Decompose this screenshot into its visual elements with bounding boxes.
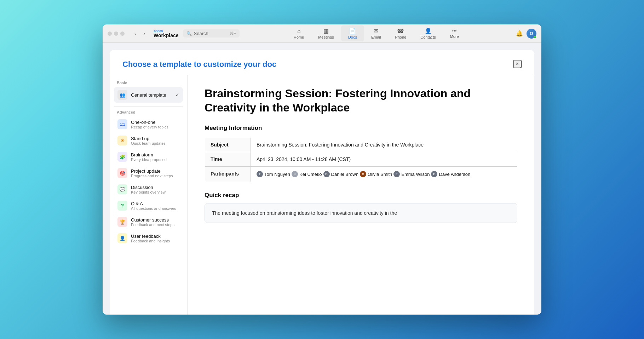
contacts-icon: 👤 xyxy=(425,28,432,34)
sidebar-item-qa[interactable]: ? Q & A All questions and answers xyxy=(114,198,183,213)
discussion-sub: Key points overview xyxy=(131,190,166,194)
traffic-light-maximize[interactable] xyxy=(120,31,125,36)
nav-arrows: ‹ › xyxy=(132,30,148,37)
doc-title: Brainstorming Session: Fostering Innovat… xyxy=(205,86,517,115)
nav-tabs: ⌂ Home ▦ Meetings 📄 Docs ✉ Email ☎ Phone… xyxy=(287,25,466,41)
titlebar: ‹ › zoom Workplace 🔍 Search ⌘F ⌂ Home ▦ … xyxy=(103,24,541,43)
customer-success-name: Customer success xyxy=(131,217,174,223)
one-on-one-name: One-on-one xyxy=(131,120,168,125)
participant-avatar-emma: E xyxy=(393,171,400,177)
customer-success-text: Customer success Feedback and next steps xyxy=(131,217,174,227)
more-icon: ••• xyxy=(452,29,457,34)
qa-icon: ? xyxy=(117,201,127,211)
table-row-time: Time April 23, 2024, 10:00 AM - 11:28 AM… xyxy=(205,152,517,167)
project-update-icon: 🎯 xyxy=(117,168,127,178)
nav-tab-phone[interactable]: ☎ Phone xyxy=(388,25,413,41)
close-button[interactable]: × xyxy=(513,60,522,68)
time-value: April 23, 2024, 10:00 AM - 11:28 AM (CST… xyxy=(251,152,517,167)
recap-box: The meeting focused on brainstorming ide… xyxy=(205,203,517,223)
participants-value: T Tom Nguyen K Kei Umeko D xyxy=(251,167,517,182)
sidebar-item-stand-up[interactable]: ☀ Stand up Quick team updates xyxy=(114,133,183,148)
sidebar-item-discussion[interactable]: 💬 Discussion Key points overview xyxy=(114,182,183,197)
template-sidebar: Basic 👥 General template ✓ Advanced 1:1 xyxy=(110,75,188,315)
qa-text: Q & A All questions and answers xyxy=(131,201,176,211)
discussion-icon: 💬 xyxy=(117,184,127,194)
project-update-sub: Progress and next steps xyxy=(131,174,173,178)
sidebar-item-project-update[interactable]: 🎯 Project update Progress and next steps xyxy=(114,165,183,181)
subject-label: Subject xyxy=(205,138,251,152)
forward-arrow[interactable]: › xyxy=(141,30,148,37)
nav-tab-email[interactable]: ✉ Email xyxy=(364,25,388,41)
stand-up-text: Stand up Quick team updates xyxy=(131,136,166,145)
participant-emma: E Emma Wilson xyxy=(393,171,430,177)
participant-daniel: D Daniel Brown xyxy=(323,171,358,177)
brainstorm-text: Brainstorm Every idea proposed xyxy=(131,152,167,162)
table-row-participants: Participants T Tom Nguyen K xyxy=(205,167,517,182)
phone-icon: ☎ xyxy=(397,28,404,34)
titlebar-right: 🔔 O xyxy=(516,29,536,39)
qa-name: Q & A xyxy=(131,201,176,206)
nav-tab-home[interactable]: ⌂ Home xyxy=(287,26,311,41)
nav-tab-phone-label: Phone xyxy=(395,35,406,39)
stand-up-name: Stand up xyxy=(131,136,166,141)
nav-tab-home-label: Home xyxy=(294,35,304,39)
participants-label: Participants xyxy=(205,167,251,182)
search-bar[interactable]: 🔍 Search ⌘F xyxy=(183,29,240,38)
general-name: General template xyxy=(131,92,166,98)
participant-avatar-kei: K xyxy=(292,171,298,177)
nav-tab-more-label: More xyxy=(450,34,459,39)
meetings-icon: ▦ xyxy=(323,28,329,34)
participant-avatar-tom: T xyxy=(257,171,263,177)
back-arrow[interactable]: ‹ xyxy=(132,30,139,37)
traffic-lights xyxy=(108,31,125,36)
modal-title: Choose a template to customize your doc xyxy=(122,60,276,69)
modal-area: Choose a template to customize your doc … xyxy=(103,43,541,315)
general-text: General template xyxy=(131,92,166,98)
nav-tab-docs[interactable]: 📄 Docs xyxy=(341,25,364,41)
quick-recap-heading: Quick recap xyxy=(205,192,517,199)
nav-tab-docs-label: Docs xyxy=(348,35,357,39)
app-window: ‹ › zoom Workplace 🔍 Search ⌘F ⌂ Home ▦ … xyxy=(103,24,541,315)
user-feedback-name: User feedback xyxy=(131,234,170,239)
participant-dave: D Dave Anderson xyxy=(431,171,470,177)
docs-icon: 📄 xyxy=(349,28,356,34)
nav-tab-contacts[interactable]: 👤 Contacts xyxy=(413,25,443,41)
table-row-subject: Subject Brainstorming Session: Fostering… xyxy=(205,138,517,152)
sidebar-item-general[interactable]: 👥 General template ✓ xyxy=(114,87,183,103)
notification-icon[interactable]: 🔔 xyxy=(516,30,523,37)
stand-up-sub: Quick team updates xyxy=(131,141,166,145)
project-update-name: Project update xyxy=(131,168,173,174)
discussion-name: Discussion xyxy=(131,185,166,190)
avatar[interactable]: O xyxy=(527,29,536,39)
content-preview: Brainstorming Session: Fostering Innovat… xyxy=(188,75,534,315)
traffic-light-close[interactable] xyxy=(108,31,112,36)
sidebar-item-user-feedback[interactable]: 👤 User feedback Feedback and insights xyxy=(114,230,183,246)
nav-tab-meetings[interactable]: ▦ Meetings xyxy=(311,25,341,41)
email-icon: ✉ xyxy=(374,28,378,34)
participants-list: T Tom Nguyen K Kei Umeko D xyxy=(257,171,511,177)
home-icon: ⌂ xyxy=(297,28,301,34)
participant-tom: T Tom Nguyen xyxy=(257,171,290,177)
nav-tab-meetings-label: Meetings xyxy=(318,35,334,39)
search-icon: 🔍 xyxy=(186,31,192,36)
zoom-logo-top: zoom xyxy=(154,29,179,33)
brainstorm-name: Brainstorm xyxy=(131,152,167,157)
traffic-light-minimize[interactable] xyxy=(114,31,118,36)
nav-tab-contacts-label: Contacts xyxy=(420,35,436,39)
nav-tab-more[interactable]: ••• More xyxy=(443,27,466,41)
zoom-logo-bottom: Workplace xyxy=(154,33,179,38)
sidebar-item-one-on-one[interactable]: 1:1 One-on-one Recap of every topics xyxy=(114,116,183,132)
discussion-text: Discussion Key points overview xyxy=(131,185,166,194)
modal-body: Basic 👥 General template ✓ Advanced 1:1 xyxy=(110,75,534,315)
general-icon: 👥 xyxy=(117,90,127,100)
project-update-text: Project update Progress and next steps xyxy=(131,168,173,178)
stand-up-icon: ☀ xyxy=(117,136,127,145)
online-indicator xyxy=(534,36,536,39)
modal-header: Choose a template to customize your doc … xyxy=(110,50,534,75)
user-feedback-sub: Feedback and insights xyxy=(131,239,170,243)
search-text: Search xyxy=(194,31,208,36)
brainstorm-sub: Every idea proposed xyxy=(131,157,167,162)
sidebar-item-brainstorm[interactable]: 🧩 Brainstorm Every idea proposed xyxy=(114,149,183,165)
sidebar-item-customer-success[interactable]: 🏆 Customer success Feedback and next ste… xyxy=(114,214,183,230)
zoom-logo: zoom Workplace xyxy=(154,29,179,38)
